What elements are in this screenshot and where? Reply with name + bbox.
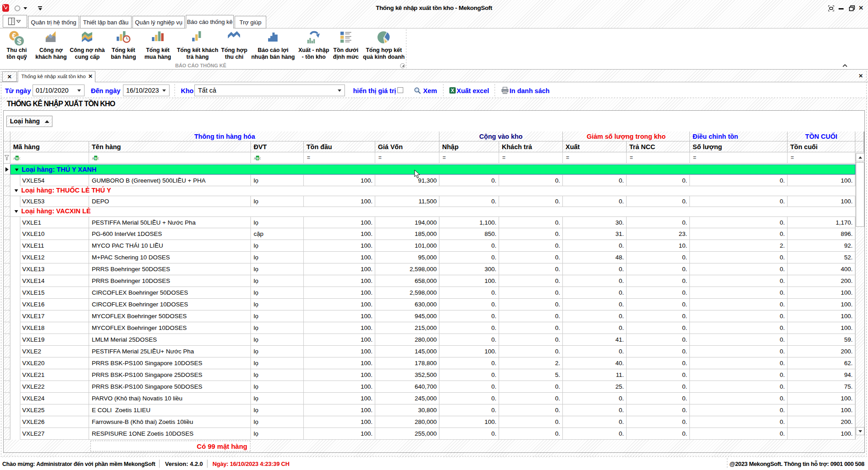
svg-text:C: C (19, 156, 20, 160)
svg-text:C: C (98, 156, 99, 160)
svg-text:B: B (94, 156, 97, 160)
svg-text:C: C (259, 156, 261, 160)
svg-text:$: $ (17, 37, 22, 46)
svg-text:B: B (16, 156, 19, 160)
svg-text:B: B (256, 156, 259, 160)
